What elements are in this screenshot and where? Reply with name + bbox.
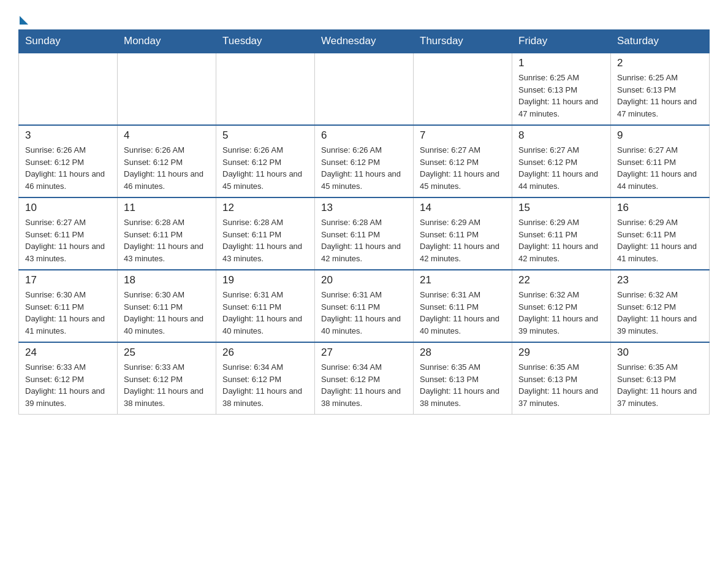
- calendar-cell: 20Sunrise: 6:31 AMSunset: 6:11 PMDayligh…: [315, 270, 414, 342]
- day-of-week-header: Friday: [512, 30, 611, 53]
- day-info: Sunrise: 6:26 AMSunset: 6:12 PMDaylight:…: [222, 144, 308, 192]
- calendar-cell: 8Sunrise: 6:27 AMSunset: 6:12 PMDaylight…: [512, 125, 611, 197]
- day-number: 30: [617, 347, 703, 359]
- day-info: Sunrise: 6:27 AMSunset: 6:12 PMDaylight:…: [518, 144, 604, 192]
- day-number: 7: [420, 129, 506, 142]
- calendar-cell: 26Sunrise: 6:34 AMSunset: 6:12 PMDayligh…: [216, 342, 315, 415]
- day-number: 8: [518, 129, 604, 142]
- day-number: 25: [124, 347, 210, 359]
- calendar-cell: 14Sunrise: 6:29 AMSunset: 6:11 PMDayligh…: [414, 197, 512, 270]
- day-info: Sunrise: 6:34 AMSunset: 6:12 PMDaylight:…: [222, 361, 308, 409]
- day-info: Sunrise: 6:35 AMSunset: 6:13 PMDaylight:…: [420, 361, 506, 409]
- day-number: 15: [518, 202, 604, 214]
- calendar-cell: [216, 53, 315, 125]
- day-info: Sunrise: 6:29 AMSunset: 6:11 PMDaylight:…: [518, 216, 604, 264]
- calendar-cell: 10Sunrise: 6:27 AMSunset: 6:11 PMDayligh…: [19, 197, 118, 270]
- day-number: 22: [518, 274, 604, 286]
- day-number: 9: [617, 129, 703, 142]
- calendar-cell: 15Sunrise: 6:29 AMSunset: 6:11 PMDayligh…: [512, 197, 611, 270]
- day-of-week-header: Wednesday: [315, 30, 414, 53]
- day-info: Sunrise: 6:28 AMSunset: 6:11 PMDaylight:…: [222, 216, 308, 264]
- day-info: Sunrise: 6:25 AMSunset: 6:13 PMDaylight:…: [518, 72, 604, 120]
- calendar-week-row: 3Sunrise: 6:26 AMSunset: 6:12 PMDaylight…: [19, 125, 710, 197]
- day-number: 23: [617, 274, 703, 286]
- day-info: Sunrise: 6:33 AMSunset: 6:12 PMDaylight:…: [124, 361, 210, 409]
- day-of-week-header: Sunday: [19, 30, 118, 53]
- calendar-week-row: 24Sunrise: 6:33 AMSunset: 6:12 PMDayligh…: [19, 342, 710, 415]
- calendar-cell: [118, 53, 216, 125]
- day-info: Sunrise: 6:30 AMSunset: 6:11 PMDaylight:…: [124, 289, 210, 337]
- day-info: Sunrise: 6:34 AMSunset: 6:12 PMDaylight:…: [321, 361, 407, 409]
- day-of-week-header: Saturday: [611, 30, 710, 53]
- calendar-week-row: 17Sunrise: 6:30 AMSunset: 6:11 PMDayligh…: [19, 270, 710, 342]
- day-number: 20: [321, 274, 407, 286]
- day-info: Sunrise: 6:30 AMSunset: 6:11 PMDaylight:…: [25, 289, 111, 337]
- calendar: SundayMondayTuesdayWednesdayThursdayFrid…: [18, 29, 710, 415]
- logo: [18, 12, 28, 23]
- calendar-cell: 9Sunrise: 6:27 AMSunset: 6:11 PMDaylight…: [611, 125, 710, 197]
- calendar-cell: 2Sunrise: 6:25 AMSunset: 6:13 PMDaylight…: [611, 53, 710, 125]
- day-number: 5: [222, 129, 308, 142]
- day-info: Sunrise: 6:33 AMSunset: 6:12 PMDaylight:…: [25, 361, 111, 409]
- day-number: 11: [124, 202, 210, 214]
- calendar-cell: 5Sunrise: 6:26 AMSunset: 6:12 PMDaylight…: [216, 125, 315, 197]
- day-info: Sunrise: 6:29 AMSunset: 6:11 PMDaylight:…: [617, 216, 703, 264]
- day-number: 19: [222, 274, 308, 286]
- day-number: 27: [321, 347, 407, 359]
- calendar-week-row: 10Sunrise: 6:27 AMSunset: 6:11 PMDayligh…: [19, 197, 710, 270]
- day-info: Sunrise: 6:31 AMSunset: 6:11 PMDaylight:…: [222, 289, 308, 337]
- day-number: 21: [420, 274, 506, 286]
- day-info: Sunrise: 6:29 AMSunset: 6:11 PMDaylight:…: [420, 216, 506, 264]
- calendar-cell: 17Sunrise: 6:30 AMSunset: 6:11 PMDayligh…: [19, 270, 118, 342]
- day-number: 6: [321, 129, 407, 142]
- day-info: Sunrise: 6:35 AMSunset: 6:13 PMDaylight:…: [617, 361, 703, 409]
- day-number: 26: [222, 347, 308, 359]
- header: [18, 12, 710, 23]
- calendar-cell: 23Sunrise: 6:32 AMSunset: 6:12 PMDayligh…: [611, 270, 710, 342]
- day-info: Sunrise: 6:26 AMSunset: 6:12 PMDaylight:…: [25, 144, 111, 192]
- calendar-cell: 22Sunrise: 6:32 AMSunset: 6:12 PMDayligh…: [512, 270, 611, 342]
- day-number: 17: [25, 274, 111, 286]
- day-number: 1: [518, 57, 604, 69]
- calendar-cell: 12Sunrise: 6:28 AMSunset: 6:11 PMDayligh…: [216, 197, 315, 270]
- day-number: 12: [222, 202, 308, 214]
- calendar-cell: 3Sunrise: 6:26 AMSunset: 6:12 PMDaylight…: [19, 125, 118, 197]
- calendar-cell: 1Sunrise: 6:25 AMSunset: 6:13 PMDaylight…: [512, 53, 611, 125]
- calendar-cell: 11Sunrise: 6:28 AMSunset: 6:11 PMDayligh…: [118, 197, 216, 270]
- day-number: 24: [25, 347, 111, 359]
- calendar-cell: 18Sunrise: 6:30 AMSunset: 6:11 PMDayligh…: [118, 270, 216, 342]
- day-info: Sunrise: 6:32 AMSunset: 6:12 PMDaylight:…: [617, 289, 703, 337]
- day-number: 14: [420, 202, 506, 214]
- day-number: 28: [420, 347, 506, 359]
- day-info: Sunrise: 6:28 AMSunset: 6:11 PMDaylight:…: [321, 216, 407, 264]
- day-of-week-header: Tuesday: [216, 30, 315, 53]
- calendar-cell: 13Sunrise: 6:28 AMSunset: 6:11 PMDayligh…: [315, 197, 414, 270]
- day-of-week-header: Thursday: [414, 30, 512, 53]
- day-of-week-header: Monday: [118, 30, 216, 53]
- day-number: 3: [25, 129, 111, 142]
- calendar-cell: 27Sunrise: 6:34 AMSunset: 6:12 PMDayligh…: [315, 342, 414, 415]
- day-number: 18: [124, 274, 210, 286]
- calendar-cell: 25Sunrise: 6:33 AMSunset: 6:12 PMDayligh…: [118, 342, 216, 415]
- day-info: Sunrise: 6:27 AMSunset: 6:11 PMDaylight:…: [25, 216, 111, 264]
- day-info: Sunrise: 6:28 AMSunset: 6:11 PMDaylight:…: [124, 216, 210, 264]
- calendar-cell: 16Sunrise: 6:29 AMSunset: 6:11 PMDayligh…: [611, 197, 710, 270]
- calendar-cell: 19Sunrise: 6:31 AMSunset: 6:11 PMDayligh…: [216, 270, 315, 342]
- day-info: Sunrise: 6:27 AMSunset: 6:11 PMDaylight:…: [617, 144, 703, 192]
- calendar-cell: 24Sunrise: 6:33 AMSunset: 6:12 PMDayligh…: [19, 342, 118, 415]
- calendar-cell: [315, 53, 414, 125]
- day-number: 29: [518, 347, 604, 359]
- calendar-cell: 29Sunrise: 6:35 AMSunset: 6:13 PMDayligh…: [512, 342, 611, 415]
- day-info: Sunrise: 6:32 AMSunset: 6:12 PMDaylight:…: [518, 289, 604, 337]
- day-number: 4: [124, 129, 210, 142]
- calendar-cell: 30Sunrise: 6:35 AMSunset: 6:13 PMDayligh…: [611, 342, 710, 415]
- calendar-cell: 21Sunrise: 6:31 AMSunset: 6:11 PMDayligh…: [414, 270, 512, 342]
- day-info: Sunrise: 6:26 AMSunset: 6:12 PMDaylight:…: [321, 144, 407, 192]
- calendar-header-row: SundayMondayTuesdayWednesdayThursdayFrid…: [19, 30, 710, 53]
- day-info: Sunrise: 6:35 AMSunset: 6:13 PMDaylight:…: [518, 361, 604, 409]
- day-info: Sunrise: 6:27 AMSunset: 6:12 PMDaylight:…: [420, 144, 506, 192]
- calendar-cell: [414, 53, 512, 125]
- day-number: 13: [321, 202, 407, 214]
- day-number: 16: [617, 202, 703, 214]
- day-number: 10: [25, 202, 111, 214]
